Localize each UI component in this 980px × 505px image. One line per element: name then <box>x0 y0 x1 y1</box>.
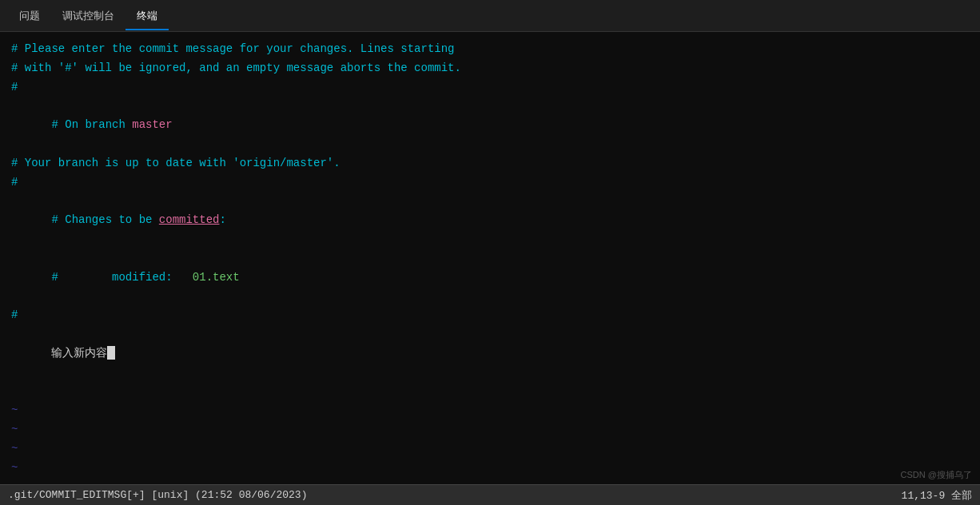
terminal-line-9: # <box>11 306 969 325</box>
terminal-line-4: # On branch master <box>11 97 969 153</box>
terminal-empty-line <box>11 382 969 401</box>
terminal-line-5: # Your branch is up to date with 'origin… <box>11 154 969 173</box>
terminal-line-3: # <box>11 78 969 97</box>
terminal-tilde-2: ~ <box>11 420 969 439</box>
terminal-line-1: # Please enter the commit message for yo… <box>11 40 969 59</box>
terminal-tilde-5: ~ <box>11 477 969 484</box>
terminal-cursor <box>107 346 115 360</box>
tab-debug-console[interactable]: 调试控制台 <box>51 2 125 30</box>
status-right: 11,13-9 全部 <box>902 488 972 503</box>
terminal-tilde-1: ~ <box>11 401 969 420</box>
status-left: .git/COMMIT_EDITMSG[+] [unix] (21:52 08/… <box>8 489 307 501</box>
terminal-line-2: # with '#' will be ignored, and an empty… <box>11 59 969 78</box>
tab-problems[interactable]: 问题 <box>8 2 51 30</box>
terminal-line-6: # <box>11 173 969 193</box>
terminal-line-8: # modified: 01.text <box>11 249 969 306</box>
terminal-tilde-3: ~ <box>11 439 969 459</box>
terminal-tilde-4: ~ <box>11 459 969 478</box>
tab-terminal[interactable]: 终端 <box>125 2 169 30</box>
status-bar: .git/COMMIT_EDITMSG[+] [unix] (21:52 08/… <box>0 484 980 505</box>
watermark: CSDN @搜捕乌了 <box>901 469 972 481</box>
terminal-line-7: # Changes to be committed: <box>11 192 969 249</box>
terminal-container: # Please enter the commit message for yo… <box>0 32 980 505</box>
tab-bar: 问题 调试控制台 终端 <box>0 0 980 32</box>
terminal-input-line[interactable]: 输入新内容 <box>11 325 969 382</box>
terminal-content[interactable]: # Please enter the commit message for yo… <box>0 32 980 484</box>
